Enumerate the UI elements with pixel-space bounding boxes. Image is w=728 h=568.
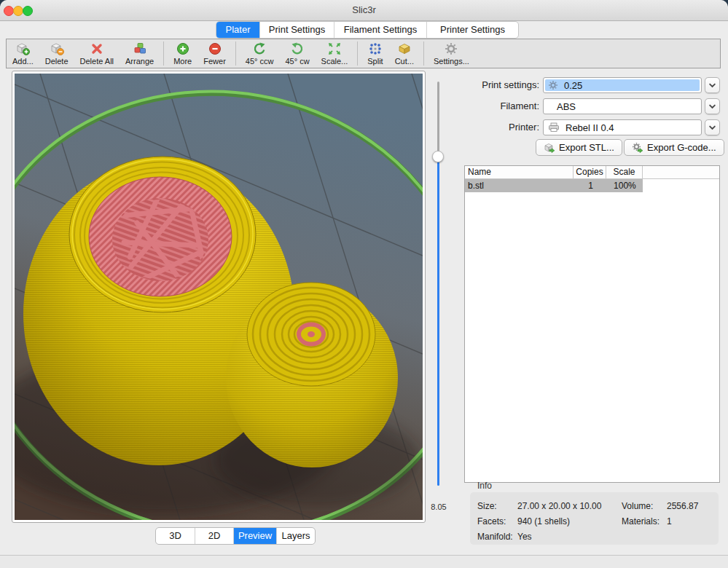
view-mode-preview[interactable]: Preview — [233, 528, 276, 544]
split-button-label: Split — [367, 57, 383, 66]
small-dome-infill-dot — [308, 331, 315, 337]
filament-combobox[interactable]: ABS — [543, 98, 702, 114]
rotate-cw-button-label: 45° cw — [285, 57, 309, 66]
delete-button-label: Delete — [45, 57, 69, 66]
fewer-copies-icon — [208, 42, 222, 56]
scale-button-label: Scale... — [321, 57, 348, 66]
add-button-label: Add... — [12, 57, 34, 66]
layer-slider-thumb[interactable] — [432, 151, 444, 162]
tab-filament-settings[interactable]: Filament Settings — [334, 22, 426, 38]
tab-plater[interactable]: Plater — [216, 22, 259, 38]
facets-label: Facets: — [477, 516, 506, 526]
column-header-name[interactable]: Name — [465, 166, 574, 178]
cut-button-label: Cut... — [395, 57, 414, 66]
arrange-button-label: Arrange — [125, 57, 154, 66]
delete-object-icon — [50, 42, 64, 56]
more-copies-button-label: More — [173, 57, 192, 66]
view-mode-3d[interactable]: 3D — [156, 528, 195, 544]
view-mode-2d[interactable]: 2D — [195, 528, 233, 544]
table-row[interactable]: b.stl 1 100% — [465, 179, 643, 192]
fewer-copies-button-label: Fewer — [203, 57, 226, 66]
view-mode-layers[interactable]: Layers — [276, 528, 315, 544]
rotate-cw-button[interactable]: 45° cw — [279, 39, 315, 66]
export-gcode-icon — [632, 142, 643, 154]
fewer-copies-button[interactable]: Fewer — [197, 39, 232, 66]
tab-print-settings[interactable]: Print Settings — [259, 22, 334, 38]
column-header-filler — [643, 166, 719, 178]
info-panel-title: Info — [477, 481, 492, 491]
volume-label: Volume: — [622, 501, 653, 511]
printer-icon — [548, 122, 560, 133]
print-settings-value: 0.25 — [564, 80, 582, 91]
toolbar-separator — [357, 42, 358, 66]
chevron-down-icon — [705, 120, 719, 135]
export-stl-label: Export STL... — [559, 142, 614, 153]
delete-button[interactable]: Delete — [39, 39, 74, 66]
split-button[interactable]: Split — [361, 39, 388, 66]
object-scale-cell: 100% — [607, 179, 643, 192]
filament-dropdown-button[interactable] — [705, 98, 720, 114]
export-gcode-button[interactable]: Export G-code... — [624, 139, 724, 156]
scale-button[interactable]: Scale... — [316, 39, 354, 66]
manifold-value: Yes — [517, 532, 532, 542]
volume-value: 2556.87 — [667, 501, 698, 511]
export-stl-icon — [544, 142, 555, 154]
print-settings-selection: 0.25 — [545, 79, 700, 91]
table-header-row: Name Copies Scale — [465, 166, 719, 179]
view-mode-switcher: 3D 2D Preview Layers — [155, 527, 316, 545]
window-title: Slic3r — [0, 0, 728, 20]
status-bar — [0, 555, 728, 568]
info-panel: Size: 27.00 x 20.00 x 10.00 Volume: 2556… — [470, 492, 719, 545]
gear-icon — [548, 80, 558, 90]
cut-icon — [397, 42, 412, 56]
scale-icon — [327, 42, 342, 56]
object-settings-button[interactable]: Settings... — [428, 39, 475, 66]
add-object-icon — [15, 42, 30, 56]
sliced-preview-canvas[interactable] — [15, 74, 423, 520]
delete-all-button-label: Delete All — [80, 57, 114, 66]
plater-toolbar: Add... Delete Delete All A — [6, 39, 721, 68]
export-gcode-label: Export G-code... — [647, 142, 716, 153]
layer-height-value: 8.05 — [424, 502, 453, 511]
print-settings-dropdown-button[interactable] — [705, 77, 720, 93]
manifold-label: Manifold: — [477, 532, 513, 542]
print-settings-label: Print settings: — [437, 77, 539, 93]
materials-label: Materials: — [622, 516, 659, 526]
print-settings-combobox[interactable]: 0.25 — [543, 77, 702, 93]
export-stl-button[interactable]: Export STL... — [536, 139, 622, 156]
cut-button[interactable]: Cut... — [389, 39, 420, 66]
object-name-cell: b.stl — [465, 179, 575, 192]
add-button[interactable]: Add... — [7, 39, 39, 66]
app-window: Slic3r Plater Print Settings Filament Se… — [0, 0, 728, 568]
materials-value: 1 — [667, 516, 672, 526]
toolbar-separator — [423, 42, 424, 66]
object-list-table: Name Copies Scale b.stl 1 100% — [464, 165, 720, 483]
tab-printer-settings[interactable]: Printer Settings — [426, 22, 518, 38]
rotate-ccw-icon — [252, 42, 267, 56]
printer-dropdown-button[interactable] — [705, 119, 720, 135]
layer-slider-track-filled[interactable] — [437, 157, 439, 486]
more-copies-button[interactable]: More — [168, 39, 197, 66]
size-label: Size: — [477, 501, 497, 511]
printer-combobox[interactable]: Rebel II 0.4 — [543, 119, 702, 135]
rotate-cw-icon — [290, 42, 305, 56]
object-settings-button-label: Settings... — [434, 57, 469, 66]
object-copies-cell: 1 — [575, 179, 607, 192]
column-header-scale[interactable]: Scale — [606, 166, 643, 178]
settings-icon — [444, 42, 458, 56]
rotate-ccw-button[interactable]: 45° ccw — [240, 39, 280, 66]
arrange-icon — [133, 42, 147, 56]
more-copies-icon — [176, 42, 190, 56]
arrange-button[interactable]: Arrange — [120, 39, 160, 66]
chevron-down-icon — [705, 99, 719, 114]
toolbar-separator — [235, 42, 236, 66]
delete-all-button[interactable]: Delete All — [74, 39, 120, 66]
printer-label: Printer: — [437, 119, 539, 135]
split-icon — [368, 42, 383, 56]
chevron-down-icon — [705, 78, 719, 92]
filament-value: ABS — [557, 101, 576, 112]
delete-all-icon — [90, 42, 104, 56]
main-tab-bar: Plater Print Settings Filament Settings … — [216, 21, 519, 39]
column-header-copies[interactable]: Copies — [574, 166, 606, 178]
preview-viewport-panel — [12, 71, 426, 523]
